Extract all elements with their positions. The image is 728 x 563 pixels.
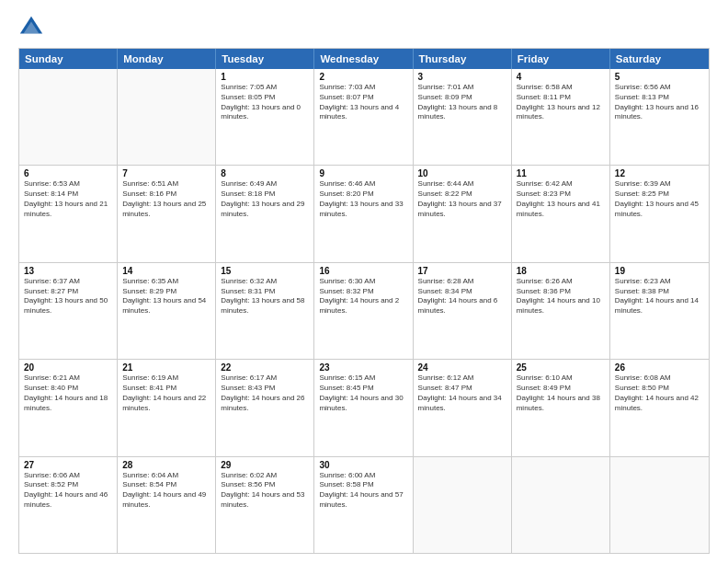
day-number: 3 (418, 72, 506, 82)
day-info: Sunrise: 6:26 AM Sunset: 8:36 PM Dayligh… (517, 277, 605, 316)
day-number: 4 (517, 72, 605, 82)
calendar-row-0: 1Sunrise: 7:05 AM Sunset: 8:05 PM Daylig… (19, 69, 709, 165)
day-number: 29 (221, 460, 309, 470)
calendar-cell: 22Sunrise: 6:17 AM Sunset: 8:43 PM Dayli… (216, 360, 314, 455)
calendar-cell: 25Sunrise: 6:10 AM Sunset: 8:49 PM Dayli… (512, 360, 610, 455)
calendar-cell: 10Sunrise: 6:44 AM Sunset: 8:22 PM Dayli… (414, 166, 512, 261)
day-number: 13 (24, 266, 112, 276)
logo (18, 15, 48, 40)
day-info: Sunrise: 6:08 AM Sunset: 8:50 PM Dayligh… (615, 373, 704, 413)
day-number: 16 (319, 266, 407, 276)
calendar-cell: 18Sunrise: 6:26 AM Sunset: 8:36 PM Dayli… (512, 263, 610, 359)
day-info: Sunrise: 6:53 AM Sunset: 8:14 PM Dayligh… (24, 179, 112, 219)
day-info: Sunrise: 6:10 AM Sunset: 8:49 PM Dayligh… (517, 373, 605, 413)
calendar-cell: 17Sunrise: 6:28 AM Sunset: 8:34 PM Dayli… (414, 263, 512, 359)
day-number: 20 (24, 362, 112, 373)
day-number: 23 (319, 362, 407, 373)
calendar-cell: 11Sunrise: 6:42 AM Sunset: 8:23 PM Dayli… (512, 166, 610, 261)
calendar-cell: 19Sunrise: 6:23 AM Sunset: 8:38 PM Dayli… (610, 263, 709, 359)
calendar-cell: 21Sunrise: 6:19 AM Sunset: 8:41 PM Dayli… (118, 360, 216, 455)
day-info: Sunrise: 6:30 AM Sunset: 8:32 PM Dayligh… (319, 277, 407, 316)
calendar-cell: 26Sunrise: 6:08 AM Sunset: 8:50 PM Dayli… (610, 360, 709, 455)
day-number: 19 (615, 266, 704, 276)
calendar-cell: 1Sunrise: 7:05 AM Sunset: 8:05 PM Daylig… (216, 69, 314, 165)
day-info: Sunrise: 6:32 AM Sunset: 8:31 PM Dayligh… (221, 277, 309, 316)
day-info: Sunrise: 6:49 AM Sunset: 8:18 PM Dayligh… (221, 179, 309, 219)
header-day-friday: Friday (512, 49, 610, 69)
header-day-wednesday: Wednesday (314, 49, 413, 69)
day-number: 22 (221, 362, 309, 373)
calendar-row-2: 13Sunrise: 6:37 AM Sunset: 8:27 PM Dayli… (19, 262, 709, 359)
calendar-cell: 14Sunrise: 6:35 AM Sunset: 8:29 PM Dayli… (118, 263, 216, 359)
calendar-cell: 5Sunrise: 6:56 AM Sunset: 8:13 PM Daylig… (610, 69, 709, 165)
calendar-cell: 9Sunrise: 6:46 AM Sunset: 8:20 PM Daylig… (314, 166, 413, 261)
day-number: 14 (122, 266, 210, 276)
day-number: 9 (319, 168, 407, 178)
day-info: Sunrise: 6:17 AM Sunset: 8:43 PM Dayligh… (221, 373, 309, 413)
calendar-row-1: 6Sunrise: 6:53 AM Sunset: 8:14 PM Daylig… (19, 165, 709, 261)
page: SundayMondayTuesdayWednesdayThursdayFrid… (0, 0, 728, 563)
day-info: Sunrise: 6:42 AM Sunset: 8:23 PM Dayligh… (517, 179, 605, 219)
day-number: 7 (122, 168, 210, 178)
day-number: 6 (24, 168, 112, 178)
calendar-cell: 23Sunrise: 6:15 AM Sunset: 8:45 PM Dayli… (314, 360, 413, 455)
day-number: 27 (24, 460, 112, 470)
calendar-cell: 6Sunrise: 6:53 AM Sunset: 8:14 PM Daylig… (19, 166, 118, 261)
header-day-tuesday: Tuesday (216, 49, 314, 69)
calendar-cell: 24Sunrise: 6:12 AM Sunset: 8:47 PM Dayli… (414, 360, 512, 455)
day-info: Sunrise: 6:37 AM Sunset: 8:27 PM Dayligh… (24, 277, 112, 316)
calendar: SundayMondayTuesdayWednesdayThursdayFrid… (18, 48, 710, 554)
header-day-sunday: Sunday (19, 49, 118, 69)
calendar-cell: 29Sunrise: 6:02 AM Sunset: 8:56 PM Dayli… (216, 457, 314, 553)
header-day-saturday: Saturday (610, 49, 709, 69)
day-info: Sunrise: 7:01 AM Sunset: 8:09 PM Dayligh… (418, 83, 506, 122)
calendar-cell: 3Sunrise: 7:01 AM Sunset: 8:09 PM Daylig… (414, 69, 512, 165)
calendar-cell: 12Sunrise: 6:39 AM Sunset: 8:25 PM Dayli… (610, 166, 709, 261)
calendar-cell: 7Sunrise: 6:51 AM Sunset: 8:16 PM Daylig… (118, 166, 216, 261)
calendar-cell: 27Sunrise: 6:06 AM Sunset: 8:52 PM Dayli… (19, 457, 118, 553)
calendar-cell: 30Sunrise: 6:00 AM Sunset: 8:58 PM Dayli… (314, 457, 413, 553)
day-info: Sunrise: 6:00 AM Sunset: 8:58 PM Dayligh… (319, 471, 407, 511)
calendar-cell: 4Sunrise: 6:58 AM Sunset: 8:11 PM Daylig… (512, 69, 610, 165)
day-info: Sunrise: 7:03 AM Sunset: 8:07 PM Dayligh… (319, 83, 407, 122)
calendar-cell: 2Sunrise: 7:03 AM Sunset: 8:07 PM Daylig… (314, 69, 413, 165)
day-number: 8 (221, 168, 309, 178)
calendar-body: 1Sunrise: 7:05 AM Sunset: 8:05 PM Daylig… (19, 69, 709, 553)
day-info: Sunrise: 6:23 AM Sunset: 8:38 PM Dayligh… (615, 277, 704, 316)
calendar-row-4: 27Sunrise: 6:06 AM Sunset: 8:52 PM Dayli… (19, 456, 709, 553)
calendar-cell (118, 69, 216, 165)
day-number: 17 (418, 266, 506, 276)
day-info: Sunrise: 6:56 AM Sunset: 8:13 PM Dayligh… (615, 83, 704, 122)
calendar-cell: 8Sunrise: 6:49 AM Sunset: 8:18 PM Daylig… (216, 166, 314, 261)
calendar-cell: 20Sunrise: 6:21 AM Sunset: 8:40 PM Dayli… (19, 360, 118, 455)
day-number: 28 (122, 460, 210, 470)
day-info: Sunrise: 6:39 AM Sunset: 8:25 PM Dayligh… (615, 179, 704, 219)
day-number: 2 (319, 72, 407, 82)
day-info: Sunrise: 6:44 AM Sunset: 8:22 PM Dayligh… (418, 179, 506, 219)
calendar-cell (414, 457, 512, 553)
calendar-cell (19, 69, 118, 165)
day-number: 18 (517, 266, 605, 276)
day-info: Sunrise: 6:51 AM Sunset: 8:16 PM Dayligh… (122, 179, 210, 219)
calendar-cell: 16Sunrise: 6:30 AM Sunset: 8:32 PM Dayli… (314, 263, 413, 359)
day-info: Sunrise: 6:58 AM Sunset: 8:11 PM Dayligh… (517, 83, 605, 122)
day-info: Sunrise: 6:02 AM Sunset: 8:56 PM Dayligh… (221, 471, 309, 511)
day-number: 12 (615, 168, 704, 178)
day-number: 1 (221, 72, 309, 82)
calendar-cell (512, 457, 610, 553)
calendar-cell: 15Sunrise: 6:32 AM Sunset: 8:31 PM Dayli… (216, 263, 314, 359)
day-info: Sunrise: 6:19 AM Sunset: 8:41 PM Dayligh… (122, 373, 210, 413)
calendar-cell: 28Sunrise: 6:04 AM Sunset: 8:54 PM Dayli… (118, 457, 216, 553)
calendar-header: SundayMondayTuesdayWednesdayThursdayFrid… (19, 49, 709, 69)
header-day-thursday: Thursday (414, 49, 512, 69)
header-day-monday: Monday (118, 49, 216, 69)
day-number: 30 (319, 460, 407, 470)
logo-icon (18, 15, 44, 40)
day-info: Sunrise: 6:46 AM Sunset: 8:20 PM Dayligh… (319, 179, 407, 219)
day-number: 26 (615, 362, 704, 373)
day-info: Sunrise: 6:12 AM Sunset: 8:47 PM Dayligh… (418, 373, 506, 413)
calendar-row-3: 20Sunrise: 6:21 AM Sunset: 8:40 PM Dayli… (19, 359, 709, 455)
day-info: Sunrise: 6:06 AM Sunset: 8:52 PM Dayligh… (24, 471, 112, 511)
calendar-cell: 13Sunrise: 6:37 AM Sunset: 8:27 PM Dayli… (19, 263, 118, 359)
day-info: Sunrise: 6:21 AM Sunset: 8:40 PM Dayligh… (24, 373, 112, 413)
